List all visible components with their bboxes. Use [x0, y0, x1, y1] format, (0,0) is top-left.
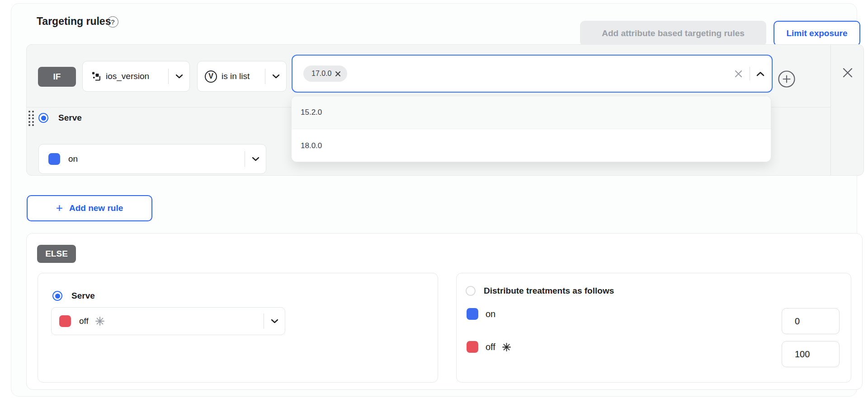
rule-side-divider: [830, 45, 831, 175]
serve-radio[interactable]: [38, 113, 48, 123]
matcher-select[interactable]: V is in list: [197, 61, 287, 92]
distribute-label: Distribute treatments as follows: [484, 286, 614, 296]
chip-remove-icon[interactable]: [335, 71, 341, 77]
treatment-name: off: [79, 316, 89, 326]
default-serve-card: Serve off: [38, 273, 438, 383]
add-attribute-rules-button[interactable]: Add attribute based targeting rules: [580, 21, 766, 46]
distribute-radio[interactable]: [466, 286, 476, 296]
attribute-icon: [91, 71, 101, 81]
attribute-select[interactable]: ios_version: [82, 61, 190, 92]
chevron-down-icon[interactable]: [245, 157, 266, 161]
else-badge: ELSE: [37, 245, 76, 263]
page-title: Targeting rules: [37, 15, 111, 28]
value-chip: 17.0.0: [303, 65, 347, 82]
treatment-name: on: [486, 309, 495, 319]
treatment-color-swatch: [467, 341, 478, 353]
drag-handle[interactable]: [28, 111, 36, 127]
treatment-name: on: [68, 154, 78, 164]
version-circle-icon: V: [205, 70, 217, 83]
default-rule-card: ELSE Serve off: [26, 233, 863, 390]
distribute-card: Distribute treatments as follows on off: [456, 273, 851, 383]
percent-input-on[interactable]: [782, 308, 840, 334]
targeting-rules-page: Targeting rules ? Add attribute based ta…: [0, 0, 868, 402]
treatment-name: off: [486, 342, 495, 352]
help-icon[interactable]: ?: [107, 16, 118, 28]
treatment-select-off[interactable]: off: [51, 307, 285, 335]
dropdown-option[interactable]: 15.2.0: [292, 96, 771, 129]
serve-label: Serve: [58, 113, 82, 123]
add-new-rule-label: Add new rule: [69, 203, 123, 213]
remove-rule-icon[interactable]: [840, 65, 855, 80]
matcher-select-value: is in list: [222, 71, 250, 81]
input-divider: [750, 67, 750, 80]
chevron-down-icon[interactable]: [264, 319, 285, 323]
treatment-select-on[interactable]: on: [38, 144, 266, 174]
if-badge: IF: [38, 67, 76, 87]
attribute-select-value: ios_version: [106, 71, 149, 81]
dropdown-option[interactable]: 18.0.0: [292, 129, 771, 162]
clear-values-icon[interactable]: [734, 69, 743, 79]
chevron-up-icon[interactable]: [756, 71, 764, 76]
limit-exposure-button[interactable]: Limit exposure: [774, 21, 860, 46]
chevron-down-icon[interactable]: [265, 74, 286, 79]
treatment-color-swatch: [467, 308, 478, 320]
value-chip-label: 17.0.0: [311, 70, 331, 78]
default-serve-label: Serve: [71, 291, 95, 301]
treatment-color-swatch: [59, 315, 71, 327]
chevron-down-icon[interactable]: [169, 74, 189, 79]
values-input[interactable]: 17.0.0: [292, 55, 773, 93]
treatment-color-swatch: [48, 153, 60, 165]
add-condition-icon[interactable]: [778, 70, 796, 88]
targeting-rules-panel: Targeting rules ? Add attribute based ta…: [11, 3, 857, 397]
plus-icon: +: [56, 202, 63, 214]
default-treatment-icon: [95, 316, 105, 326]
distribute-row-off: off: [467, 341, 511, 353]
percent-input-off[interactable]: [782, 341, 840, 367]
values-dropdown: 15.2.0 18.0.0: [291, 96, 771, 162]
add-new-rule-button[interactable]: + Add new rule: [27, 195, 152, 221]
default-serve-radio[interactable]: [52, 291, 62, 301]
distribute-row-on: on: [467, 308, 495, 320]
default-treatment-icon: [502, 342, 511, 352]
